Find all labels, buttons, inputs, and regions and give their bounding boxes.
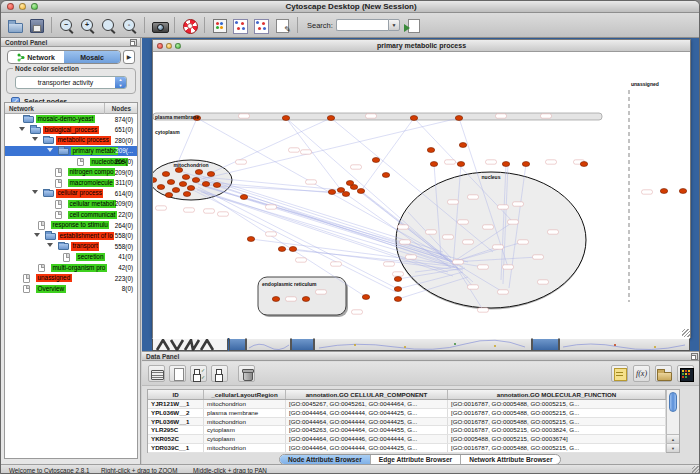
node-label-pill[interactable] xyxy=(518,240,529,244)
gene-node[interactable] xyxy=(240,195,247,200)
tree-row[interactable]: cell communicat22(0) xyxy=(5,209,137,220)
node-color-dropdown[interactable]: transporter activity ▲▼ xyxy=(15,76,127,89)
attribute-table-header[interactable]: ID_cellularLayoutRegionannotation.GO CEL… xyxy=(148,390,666,400)
tree-row[interactable]: macromolecule311(0) xyxy=(5,178,137,189)
node-label-pill[interactable] xyxy=(541,114,552,118)
tree-row[interactable]: metabolic process280(0) xyxy=(5,135,137,146)
disclosure-triangle-icon[interactable] xyxy=(34,233,40,237)
background-window[interactable] xyxy=(152,338,228,351)
node-label-pill[interactable] xyxy=(351,165,362,169)
annotation-icon[interactable] xyxy=(274,17,291,34)
gene-node[interactable] xyxy=(183,192,190,197)
gene-node[interactable] xyxy=(182,175,189,180)
tree-row[interactable]: Overview8(0) xyxy=(5,284,137,295)
gene-node[interactable] xyxy=(342,192,349,197)
import-icon[interactable] xyxy=(404,17,421,34)
background-window[interactable] xyxy=(314,338,532,351)
tree-row[interactable]: nitrogen compo209(0) xyxy=(5,167,137,178)
table-cell[interactable]: [GO:0044464, GO:0044444, GO:0044425, G..… xyxy=(286,444,448,452)
network-window-titlebar[interactable]: primary metabolic process xyxy=(153,40,690,52)
gene-node[interactable] xyxy=(394,277,401,282)
node-label-pill[interactable] xyxy=(508,220,519,224)
notes-icon[interactable] xyxy=(611,365,628,382)
node-label-pill[interactable] xyxy=(366,114,377,118)
gene-node[interactable] xyxy=(522,162,529,167)
disclosure-triangle-icon[interactable] xyxy=(19,127,25,131)
window-resize-grip[interactable] xyxy=(682,329,690,337)
formula-icon[interactable]: f(x) xyxy=(633,365,650,382)
gene-node[interactable] xyxy=(410,116,417,121)
table-column-header[interactable]: ID xyxy=(148,390,204,399)
node-label-pill[interactable] xyxy=(445,160,456,164)
tree-row[interactable]: cellular metabol209(0) xyxy=(5,199,137,210)
node-label-pill[interactable] xyxy=(463,240,474,244)
disclosure-triangle-icon[interactable] xyxy=(32,190,38,194)
node-label-pill[interactable] xyxy=(538,280,549,284)
app-titlebar[interactable]: Cytoscape Desktop (New Session) xyxy=(1,1,700,13)
node-label-pill[interactable] xyxy=(453,260,464,264)
gene-node[interactable] xyxy=(282,116,289,121)
scroll-down-icon[interactable]: ▼ xyxy=(667,443,679,452)
tab-mosaic[interactable]: Mosaic xyxy=(64,51,120,63)
tree-row-label[interactable]: macromolecule xyxy=(68,179,114,187)
table-row[interactable]: YPL036W__2plasma membrane[GO:0044464, GO… xyxy=(148,409,666,418)
node-label-pill[interactable] xyxy=(316,290,327,294)
table-column-header[interactable]: annotation.GO MOLECULAR_FUNCTION xyxy=(448,390,666,399)
background-window[interactable] xyxy=(291,338,314,351)
table-cell[interactable]: plasma membrane xyxy=(204,409,286,417)
gene-node[interactable] xyxy=(302,297,309,302)
gene-node[interactable] xyxy=(272,297,279,302)
node-label-pill[interactable] xyxy=(400,240,411,244)
node-label-pill[interactable] xyxy=(204,209,215,213)
attribute-matrix-icon[interactable] xyxy=(148,365,165,382)
gene-node[interactable] xyxy=(289,247,296,252)
node-label-pill[interactable] xyxy=(496,114,507,118)
tree-row[interactable]: response to stimulu264(0) xyxy=(5,220,137,231)
gene-node[interactable] xyxy=(187,186,194,191)
table-cell[interactable]: [GO:0044464, GO:0044446, GO:0044444, G..… xyxy=(286,435,448,443)
node-label-pill[interactable] xyxy=(393,272,404,276)
gene-node[interactable] xyxy=(162,172,169,177)
tree-row-label[interactable]: cell communicat xyxy=(68,211,117,219)
gene-node[interactable] xyxy=(247,237,254,242)
gene-node[interactable] xyxy=(427,148,434,153)
tree-row[interactable]: multi-organism pro42(0) xyxy=(5,262,137,273)
node-label-pill[interactable] xyxy=(239,114,250,118)
tab-node-attribute-browser[interactable]: Node Attribute Browser xyxy=(280,455,371,464)
node-label-pill[interactable] xyxy=(384,262,395,266)
tab-network-attribute-browser[interactable]: Network Attribute Browser xyxy=(461,455,560,464)
float-panel-icon[interactable] xyxy=(130,39,137,46)
node-label-pill[interactable] xyxy=(266,232,277,236)
gene-node[interactable] xyxy=(175,168,182,173)
table-row[interactable]: YPL036W__1mitochondrion[GO:0044464, GO:0… xyxy=(148,418,666,427)
tree-row-label[interactable]: cellular metabol xyxy=(68,200,116,208)
table-cell[interactable]: mitochondrion xyxy=(204,418,286,426)
table-cell[interactable]: [GO:0045267, GO:0045261, GO:0044464, G..… xyxy=(286,400,448,408)
node-label-pill[interactable] xyxy=(468,195,479,199)
node-label-pill[interactable] xyxy=(398,225,409,229)
table-cell[interactable]: YPL036W__2 xyxy=(148,409,204,417)
node-label-pill[interactable] xyxy=(301,150,312,154)
gene-node[interactable] xyxy=(328,190,335,195)
tab-overflow-arrow-icon[interactable]: ▶ xyxy=(123,50,135,64)
tree-row-label[interactable]: establishment of lo xyxy=(58,232,114,240)
gene-node[interactable] xyxy=(157,185,164,190)
open-icon[interactable] xyxy=(7,17,24,34)
heatmap-icon[interactable] xyxy=(677,365,694,382)
tree-row-label[interactable]: secretion xyxy=(76,253,105,261)
node-label-pill[interactable] xyxy=(184,208,195,212)
tree-row[interactable]: mosaic-demo-yeast874(0) xyxy=(5,114,137,125)
node-label-pill[interactable] xyxy=(352,310,363,314)
new-attribute-icon[interactable] xyxy=(169,365,186,382)
node-label-pill[interactable] xyxy=(331,262,342,266)
tree-row-label[interactable]: mosaic-demo-yeast xyxy=(36,115,95,123)
gene-node[interactable] xyxy=(382,173,389,178)
node-label-pill[interactable] xyxy=(546,160,557,164)
node-label-pill[interactable] xyxy=(266,205,277,209)
node-label-pill[interactable] xyxy=(218,212,229,216)
table-row[interactable]: YKR052Ccytoplasm[GO:0044464, GO:0044446,… xyxy=(148,435,666,444)
gene-node[interactable] xyxy=(213,183,220,188)
node-label-pill[interactable] xyxy=(478,265,489,269)
tree-row-label[interactable]: primary metabo xyxy=(71,147,118,155)
tree-row-label[interactable]: cellular process xyxy=(56,189,103,197)
